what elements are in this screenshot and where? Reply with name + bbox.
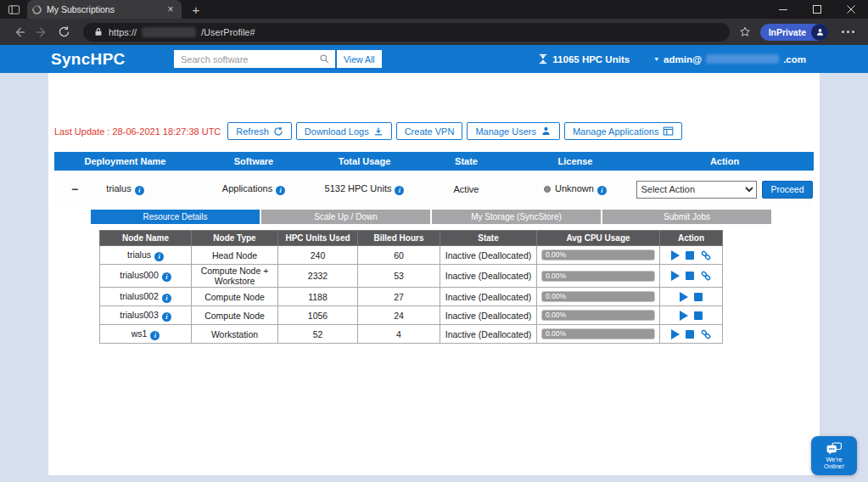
start-node-icon[interactable] [671,250,680,261]
license-cell: Unknowni [515,171,636,208]
inprivate-label: InPrivate [769,27,806,37]
info-icon[interactable]: i [135,186,144,195]
toolbar-row: Last Update : 28-06-2021 18:27:38 UTC Re… [54,122,682,140]
node-state-cell: Inactive (Deallocated) [440,288,537,306]
connect-node-icon[interactable] [700,249,712,261]
tab-scale-up-down[interactable]: Scale Up / Down [261,210,430,224]
back-button[interactable] [8,21,31,43]
header-right: 11065 HPC Units ▼ admin@ .com [539,53,868,64]
info-icon[interactable]: i [150,331,160,340]
last-update-label: Last Update : 28-06-2021 18:27:38 UTC [54,126,221,137]
tab-actions-icon[interactable] [3,0,24,19]
addressbar-actions: InPrivate [738,24,860,41]
brand-logo[interactable]: SyncHPC [51,50,126,69]
search-icon[interactable] [319,53,330,64]
node-action-cell [660,288,723,306]
close-button[interactable] [834,0,868,19]
info-icon[interactable]: i [276,186,285,195]
tab-favicon-icon [31,3,43,15]
start-node-icon[interactable] [671,271,680,281]
window-controls [766,0,868,19]
profile-avatar[interactable] [811,24,828,41]
info-icon[interactable]: i [162,272,171,282]
browser-menu-icon[interactable] [837,31,860,33]
connect-node-icon[interactable] [700,270,712,282]
download-icon [373,126,384,137]
inprivate-badge[interactable]: InPrivate [760,24,828,41]
node-name: ws1 [132,328,148,339]
info-icon[interactable]: i [162,294,171,303]
search-input[interactable] [174,50,335,68]
lock-icon [93,26,104,37]
url-bar[interactable]: https:// /UserProfile# [83,23,730,42]
info-icon[interactable]: i [395,186,404,195]
apps-icon [663,126,674,137]
stop-node-icon[interactable] [686,251,694,260]
stop-node-icon[interactable] [694,293,703,301]
page-content: Last Update : 28-06-2021 18:27:38 UTC Re… [48,73,820,475]
select-action-dropdown[interactable]: Select Action [636,181,757,199]
info-icon[interactable]: i [162,312,171,322]
cpu-usage-bar: 0.00% [541,271,655,282]
url-scheme: https:// [109,27,137,37]
browser-tab[interactable]: My Subscriptions × [27,0,182,19]
proceed-button[interactable]: Proceed [762,181,812,199]
favorites-icon[interactable] [738,25,752,39]
node-row: trialus000i Compute Node + Workstore 233… [100,265,723,288]
node-state-cell: Inactive (Deallocated) [440,265,537,288]
node-cpu-cell: 0.00% [537,246,660,265]
stop-node-icon[interactable] [694,311,703,320]
minimize-button[interactable] [766,0,800,19]
collapse-toggle-icon[interactable]: − [71,182,78,196]
redacted-domain [142,27,196,37]
col-hpc-units-used: HPC Units Used [278,231,358,246]
tab-my-storage[interactable]: My Storage (SyncStore) [432,210,601,224]
node-cpu-cell: 0.00% [537,306,660,325]
subscription-row: − trialusi Applicationsi 5132 HPC Unitsi… [54,171,814,208]
tab-close-icon[interactable]: × [165,3,176,15]
software-cell: Applicationsi [196,171,311,208]
stop-node-icon[interactable] [686,272,694,280]
col-node-action: Action [660,231,723,246]
live-chat-widget[interactable]: We're Online! [811,436,857,475]
deployment-name: trialus [106,183,131,193]
refresh-page-button[interactable] [53,21,75,43]
nodes-table: Node Name Node Type HPC Units Used Bille… [99,230,723,344]
info-icon[interactable]: i [597,186,607,195]
node-action-cell [660,265,723,288]
info-icon[interactable]: i [154,252,164,261]
download-logs-button[interactable]: Download Logs [296,122,392,140]
node-name-cell: trialus003i [100,306,192,325]
node-name-cell: ws1i [100,325,192,344]
node-hours-cell: 60 [358,246,440,265]
account-menu[interactable]: ▼ admin@ .com [653,54,806,64]
start-node-icon[interactable] [680,292,688,302]
cpu-usage-bar: 0.00% [541,328,655,339]
view-all-button[interactable]: View All [337,50,382,68]
tab-resource-details[interactable]: Resource Details [91,210,260,224]
deployment-cell: − trialusi [54,171,196,208]
tab-submit-jobs[interactable]: Submit Jobs [602,210,771,224]
refresh-button[interactable]: Refresh [227,122,292,140]
manage-applications-button[interactable]: Manage Applications [564,122,683,140]
start-node-icon[interactable] [671,329,680,339]
total-usage-value: 5132 HPC Units [325,183,392,193]
forward-button[interactable] [31,21,53,43]
create-vpn-button[interactable]: Create VPN [396,122,463,140]
new-tab-button[interactable]: + [187,3,205,17]
url-path: /UserProfile# [201,27,255,37]
node-hours-cell: 4 [358,325,440,344]
stop-node-icon[interactable] [686,330,694,339]
page-background: Last Update : 28-06-2021 18:27:38 UTC Re… [0,73,868,482]
browser-window: My Subscriptions × + https: [0,0,868,482]
node-cpu-cell: 0.00% [537,288,660,306]
manage-applications-label: Manage Applications [573,126,659,137]
node-name: trialus [127,249,151,260]
maximize-button[interactable] [800,0,834,19]
redacted-email-domain [706,54,779,64]
connect-node-icon[interactable] [700,328,712,340]
start-node-icon[interactable] [680,311,688,321]
tab-title: My Subscriptions [47,4,160,14]
manage-users-button[interactable]: Manage Users [467,122,560,140]
subscription-tabs: Resource Details Scale Up / Down My Stor… [91,210,771,224]
